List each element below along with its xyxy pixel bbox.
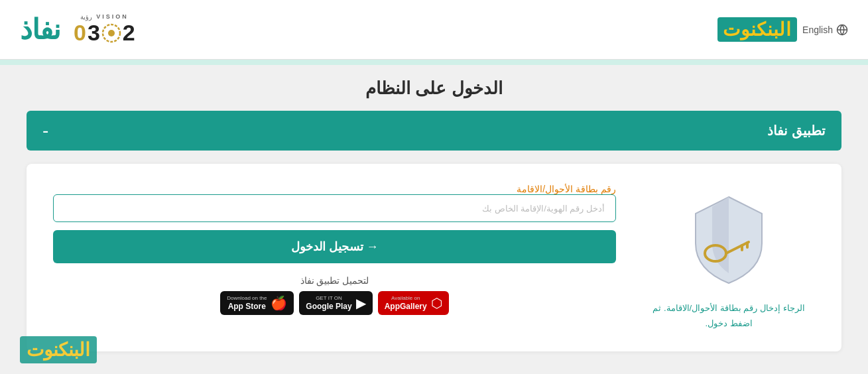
header-left: English البنكنوت: [717, 17, 848, 42]
id-field-label: رقم بطاقة الأحوال/الاقامة: [53, 184, 616, 194]
huawei-icon: ⬡: [431, 295, 442, 311]
instruction-text: الرجاء إدخال رقم بطاقة الأحوال/الاقامة. …: [643, 300, 815, 332]
bottom-watermark-logo: البنكنوت: [20, 336, 97, 363]
id-field-group: رقم بطاقة الأحوال/الاقامة: [53, 184, 616, 222]
login-card: رقم بطاقة الأحوال/الاقامة → تسجيل الدخول…: [27, 164, 841, 351]
download-section: لتحميل تطبيق نفاذ ⬡ Available on AppGall…: [53, 275, 616, 315]
googleplay-text: GET IT ON Google Play: [306, 295, 351, 311]
main-content: الدخول على النظام تطبيق نفاذ - رقم بطاقة…: [0, 65, 868, 374]
page-title: الدخول على النظام: [27, 78, 841, 99]
accordion-nafaz: تطبيق نفاذ -: [27, 111, 841, 151]
appstore-badge[interactable]: 🍎 Download on the App Store: [220, 291, 294, 315]
page-header: English البنكنوت VISION رؤية 2 3 0: [0, 0, 868, 60]
apple-icon: 🍎: [271, 295, 287, 311]
play-icon: ▶: [356, 295, 366, 311]
bnk-logo: البنكنوت: [717, 17, 797, 42]
accordion-label: تطبيق نفاذ: [767, 123, 826, 139]
vision-circle-icon: [101, 23, 121, 43]
store-badges: ⬡ Available on AppGallery ▶ GET IT ON Go…: [53, 291, 616, 315]
vision-en-label: VISION: [96, 14, 129, 21]
googleplay-badge[interactable]: ▶ GET IT ON Google Play: [299, 291, 372, 315]
shield-key-illustration: [676, 184, 782, 290]
svg-point-2: [108, 30, 115, 36]
sub-header-strip: [0, 60, 868, 65]
illustration-section: الرجاء إدخال رقم بطاقة الأحوال/الاقامة. …: [643, 184, 815, 332]
vision-year: 2 3 0: [74, 21, 135, 45]
nafaz-logo: نفاذ: [20, 13, 60, 46]
appstore-text: Download on the App Store: [227, 295, 267, 311]
globe-icon: [836, 24, 848, 36]
login-button[interactable]: → تسجيل الدخول: [53, 230, 616, 263]
login-form-section: رقم بطاقة الأحوال/الاقامة → تسجيل الدخول…: [53, 184, 616, 315]
appgallery-badge[interactable]: ⬡ Available on AppGallery: [378, 291, 449, 315]
language-switcher[interactable]: English: [802, 24, 848, 36]
download-label: لتحميل تطبيق نفاذ: [53, 275, 616, 286]
language-label: English: [802, 25, 833, 35]
vision-badge: VISION رؤية 2 3 0: [74, 13, 135, 45]
appgallery-text: Available on AppGallery: [385, 295, 427, 311]
id-input[interactable]: [53, 194, 616, 222]
accordion-header[interactable]: تطبيق نفاذ -: [27, 111, 841, 151]
header-right: VISION رؤية 2 3 0 نفاذ: [20, 13, 135, 46]
accordion-toggle[interactable]: -: [42, 121, 48, 140]
vision-text-block: VISION رؤية 2 3 0: [74, 13, 135, 45]
